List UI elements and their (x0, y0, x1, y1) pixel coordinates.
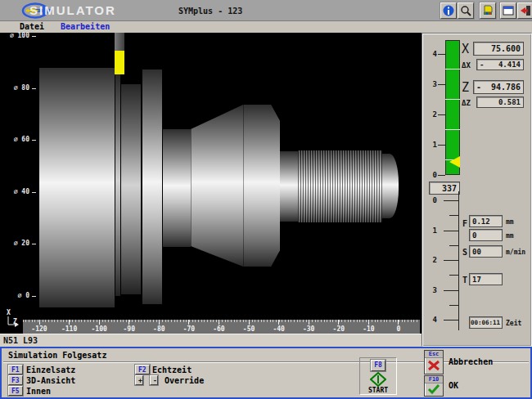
cone-section (191, 105, 243, 267)
x-value: 75.600 (491, 44, 521, 53)
ruler-number: -70 (178, 325, 201, 333)
diameter-axis-label: ⌀ 40 (0, 188, 29, 195)
menu-item-datei[interactable]: Datei (20, 22, 44, 31)
feed-gauge-minor-tick (445, 99, 460, 100)
simulator-window: SIMULATOR SYMplus - 123 DateiBearbeiten … (0, 0, 532, 399)
menu-bar: DateiBearbeiten (0, 21, 532, 33)
feed-gauge-label: 4 (427, 50, 437, 58)
groove-web (115, 74, 120, 296)
axis-z-label: Z (13, 318, 17, 325)
z-sign: - (476, 83, 481, 92)
ruler-number: -90 (118, 325, 141, 333)
diameter-axis-tick (32, 244, 36, 244)
block-counter-display: 337 (429, 182, 460, 195)
delta-z-label: ΔZ (462, 99, 471, 107)
diameter-axis-tick (32, 140, 36, 141)
large-cylinder (243, 105, 280, 267)
diameter-axis-label: ⌀ 80 (0, 84, 29, 92)
info-icon (443, 5, 454, 16)
spindle-gauge-label: 2 (427, 256, 437, 264)
groove-floor (121, 84, 141, 294)
edge-line (243, 105, 244, 267)
body-cylinder (163, 129, 191, 247)
start-diamond-icon (370, 372, 386, 387)
z-axis-label: Z (462, 80, 469, 95)
spindle-gauge-label: 3 (427, 286, 437, 294)
f5-key[interactable]: F5 (8, 386, 23, 396)
feed-label: F (462, 219, 467, 228)
edge-line (191, 129, 192, 247)
diameter-axis-tick (32, 36, 36, 37)
ruler-major-tick (39, 320, 40, 325)
spindle-gauge-minor-tick (449, 245, 458, 246)
f2-key[interactable]: F2 (135, 365, 150, 374)
minus-key[interactable]: - (150, 375, 158, 385)
speed-unit: m/min (506, 249, 525, 256)
threaded-section (298, 150, 382, 222)
spindle-gauge-label: 1 (427, 226, 437, 235)
ruler-major-tick (159, 320, 160, 325)
delta-x-label: ΔX (462, 61, 471, 69)
status-bar: N51 L93 (0, 334, 422, 347)
exit-button[interactable] (517, 2, 532, 19)
f3-key[interactable]: F3 (8, 375, 23, 385)
spindle-gauge-label: 4 (427, 316, 437, 324)
axis-x-label: X (7, 309, 11, 316)
simulation-view: ⌀ 100⌀ 80⌀ 60⌀ 40⌀ 20⌀ 0 -120-110-100-90… (0, 33, 422, 334)
zoom-button[interactable] (458, 2, 474, 19)
window-button[interactable] (500, 2, 516, 19)
f8-key[interactable]: F8 (371, 360, 385, 371)
delta-x-sign: - (480, 61, 484, 69)
ruler-number: -100 (88, 325, 110, 333)
f1-key[interactable]: F1 (8, 365, 23, 374)
axis-indicator: X Z (2, 309, 23, 332)
ruler-number: 0 (387, 325, 410, 333)
window-icon (503, 5, 514, 16)
ruler-number: -120 (28, 325, 51, 333)
feed-gauge-bar (445, 40, 460, 175)
tool-number-display: 17 (469, 273, 503, 285)
spindle-gauge-tick (444, 231, 458, 231)
ok-button[interactable]: F10 (424, 375, 444, 397)
softkey-panel-title: Simulation Folgesatz (8, 351, 106, 360)
start-label: START (368, 387, 388, 394)
machine-status-panel: 43210 X 75.600 ΔX - 4.414 Z - 94.786 ΔZ … (422, 33, 532, 347)
delta-z-value: 0.581 (498, 98, 521, 106)
feed-gauge-label: 2 (427, 110, 437, 119)
ruler-number: -40 (268, 325, 291, 333)
diameter-axis-tick (32, 296, 36, 297)
gauge-pointer-icon (449, 156, 460, 168)
esc-key: Esc (425, 351, 443, 358)
feed-gauge-label: 3 (427, 80, 437, 88)
feed-gauge-tick (438, 54, 445, 55)
spindle-gauge-minor-tick (449, 275, 458, 276)
chuck-block (39, 68, 115, 307)
plus-key[interactable]: + (135, 375, 143, 385)
document-title: SYMplus - 123 (178, 7, 242, 16)
cancel-button[interactable]: Esc (424, 350, 444, 374)
ruler-major-tick (128, 320, 129, 325)
diameter-axis-label: ⌀ 100 (0, 32, 29, 39)
diameter-axis-label: ⌀ 0 (0, 292, 29, 299)
f10-key: F10 (425, 376, 443, 383)
title-bar: SIMULATOR SYMplus - 123 (0, 0, 532, 21)
f5-label: Innen (26, 387, 51, 396)
green-check-icon (427, 384, 440, 394)
cancel-label: Abbrechen (449, 357, 493, 366)
tool-label: T (462, 276, 467, 285)
delta-x-value: 4.414 (498, 61, 521, 69)
time-label: Zeit (506, 320, 521, 327)
ruler-number: -110 (58, 325, 81, 333)
pages-button[interactable] (480, 2, 496, 19)
softkey-panel: Simulation Folgesatz F1 Einzelsatz F3 3D… (0, 347, 532, 399)
spindle-gauge-tick (444, 320, 458, 321)
feed-value-display: 0.12 (469, 215, 503, 227)
menu-item-bearbeiten[interactable]: Bearbeiten (61, 22, 110, 31)
info-button[interactable] (440, 2, 457, 19)
cutting-tool-insert (115, 51, 124, 74)
spindle-gauge-tick (444, 290, 458, 291)
f2-label: Echtzeit (152, 365, 192, 374)
start-button[interactable]: F8 START (359, 357, 397, 395)
feed-gauge-label: 0 (427, 171, 437, 179)
exit-icon (520, 5, 531, 16)
